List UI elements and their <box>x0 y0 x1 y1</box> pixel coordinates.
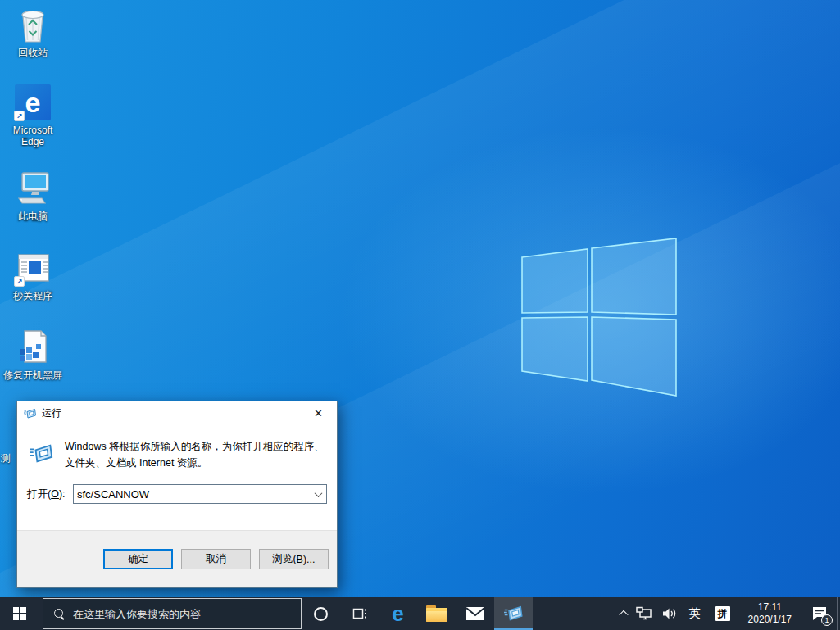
desktop-wallpaper: 回收站 e ↗ Microsoft Edge 此电脑 <box>0 0 840 597</box>
this-pc-icon <box>13 169 52 208</box>
shortcut-arrow-icon: ↗ <box>14 111 25 121</box>
file-explorer-icon <box>426 605 447 622</box>
desktop-icon-label: Microsoft Edge <box>2 125 64 147</box>
show-desktop-button[interactable] <box>837 597 840 630</box>
chevron-up-icon <box>619 610 628 619</box>
taskbar-edge-button[interactable]: e <box>379 597 417 630</box>
taskbar: e 英 <box>0 597 840 630</box>
desktop-icon-this-pc[interactable]: 此电脑 <box>2 169 64 222</box>
taskbar-search-box[interactable] <box>43 598 302 629</box>
taskbar-mail-button[interactable] <box>456 597 494 630</box>
browse-button[interactable]: 浏览(B)... <box>259 549 329 569</box>
tray-show-hidden-icons[interactable] <box>616 597 631 630</box>
open-field-label: 打开(O): <box>27 487 73 501</box>
search-icon <box>53 608 65 619</box>
tray-network-button[interactable] <box>631 597 657 630</box>
edge-icon: e <box>392 603 403 624</box>
search-input[interactable] <box>73 608 301 620</box>
run-dialog-footer: 确定 取消 浏览(B)... <box>17 530 337 587</box>
desktop-icon-microsoft-edge[interactable]: e ↗ Microsoft Edge <box>2 83 64 147</box>
cortana-button[interactable] <box>302 597 340 630</box>
task-view-icon <box>352 605 368 622</box>
partial-desktop-icon-label[interactable]: 测 <box>1 451 11 465</box>
desktop-icon-recycle-bin[interactable]: 回收站 <box>2 5 64 58</box>
tray-language-indicator[interactable]: 英 <box>682 597 708 630</box>
clock-date: 2020/1/17 <box>748 614 792 626</box>
desktop-icon-label: 回收站 <box>18 47 48 58</box>
desktop-icon-registry-fix[interactable]: 修复开机黑屏 <box>2 328 64 381</box>
speaker-icon <box>661 607 678 620</box>
run-command-combobox <box>73 484 327 504</box>
mail-icon <box>465 606 485 621</box>
taskbar-run-button-active[interactable] <box>494 597 533 630</box>
cancel-button[interactable]: 取消 <box>181 549 251 569</box>
desktop-icon-label: 秒关程序 <box>13 290 52 301</box>
run-command-input[interactable] <box>74 485 310 503</box>
tray-ime-indicator[interactable]: 拼 <box>708 597 738 630</box>
task-view-button[interactable] <box>340 597 379 630</box>
registry-file-icon <box>13 328 52 367</box>
notification-count-badge: 1 <box>821 614 833 626</box>
run-icon <box>27 438 65 471</box>
run-dialog-title: 运行 <box>42 406 61 420</box>
ime-pinyin-icon: 拼 <box>715 606 730 621</box>
ok-button[interactable]: 确定 <box>103 549 173 569</box>
desktop-icon-program[interactable]: ↗ 秒关程序 <box>2 248 64 301</box>
run-dialog-body: Windows 将根据你所输入的名称，为你打开相应的程序、 文件夹、文档或 In… <box>17 425 337 530</box>
close-icon[interactable]: ✕ <box>300 401 337 425</box>
edge-e-glyph: e <box>25 87 41 119</box>
run-dialog: 运行 ✕ Windows 将根据你所输入的名称，为你打开相应的程序、 文件夹、文… <box>16 401 338 588</box>
action-center-button[interactable]: 1 <box>802 597 837 630</box>
windows-start-icon <box>13 607 26 620</box>
desktop-icon-label: 修复开机黑屏 <box>3 369 62 381</box>
desktop-icon-label: 此电脑 <box>18 211 48 222</box>
recycle-bin-icon <box>13 5 52 44</box>
taskbar-file-explorer-button[interactable] <box>417 597 456 630</box>
shortcut-arrow-icon: ↗ <box>14 276 25 287</box>
cortana-icon <box>314 607 328 621</box>
tray-volume-button[interactable] <box>657 597 682 630</box>
run-dialog-titlebar[interactable]: 运行 ✕ <box>17 401 337 425</box>
start-button[interactable] <box>0 597 39 630</box>
edge-tile-icon: e ↗ <box>13 83 52 122</box>
run-icon <box>24 407 37 420</box>
network-icon <box>635 606 653 621</box>
run-icon <box>503 604 524 623</box>
clock-time: 17:11 <box>748 601 792 614</box>
run-dialog-description: Windows 将根据你所输入的名称，为你打开相应的程序、 文件夹、文档或 In… <box>65 438 325 471</box>
program-window-icon: ↗ <box>13 248 52 288</box>
tray-clock[interactable]: 17:11 2020/1/17 <box>738 597 802 630</box>
combobox-dropdown-icon[interactable] <box>310 485 326 503</box>
